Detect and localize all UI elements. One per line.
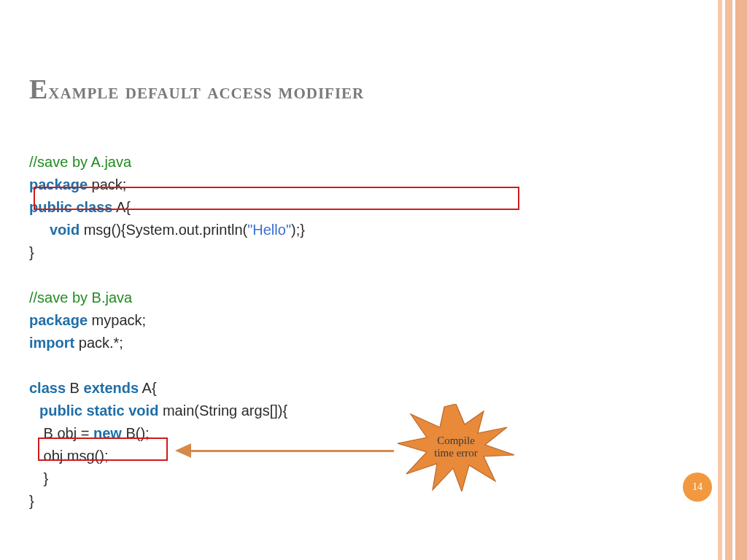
code-text: obj.msg(); <box>44 448 109 464</box>
code-block: //save by A.java package pack; public cl… <box>29 128 718 513</box>
code-string: "Hello" <box>247 222 291 238</box>
decor-stripe <box>735 0 747 560</box>
code-text: );} <box>291 222 305 238</box>
code-comment: //save by A.java <box>29 154 131 170</box>
code-text: A{ <box>139 380 156 396</box>
code-keyword: extends <box>84 380 139 396</box>
decor-stripe <box>725 0 732 560</box>
code-comment: //save by B.java <box>29 289 132 306</box>
code-keyword: public class <box>29 199 113 215</box>
code-text: mypack; <box>88 312 146 328</box>
code-keyword: public static void <box>39 402 158 419</box>
code-text: pack.*; <box>74 335 123 351</box>
code-text: A{ <box>113 199 131 215</box>
code-text: } <box>44 470 49 486</box>
code-keyword: void <box>50 222 80 238</box>
slide-title: EExample default access modifierxample d… <box>29 73 718 105</box>
code-keyword: class <box>29 380 66 396</box>
code-keyword: package <box>29 176 88 192</box>
code-text: msg(){System.out.println( <box>80 222 247 238</box>
slide: EExample default access modifierxample d… <box>0 0 747 560</box>
code-text: pack; <box>88 176 126 192</box>
code-keyword: import <box>29 335 74 351</box>
code-text: B <box>66 380 83 396</box>
code-keyword: package <box>29 312 88 328</box>
page-number-badge: 14 <box>683 472 712 502</box>
code-text: main(String args[]){ <box>158 402 287 419</box>
code-text: } <box>29 493 34 509</box>
code-keyword: new <box>93 425 122 441</box>
decor-stripe <box>718 0 722 560</box>
code-text: } <box>29 244 34 260</box>
code-text: B(); <box>122 425 150 441</box>
code-text: B obj = <box>44 425 93 441</box>
